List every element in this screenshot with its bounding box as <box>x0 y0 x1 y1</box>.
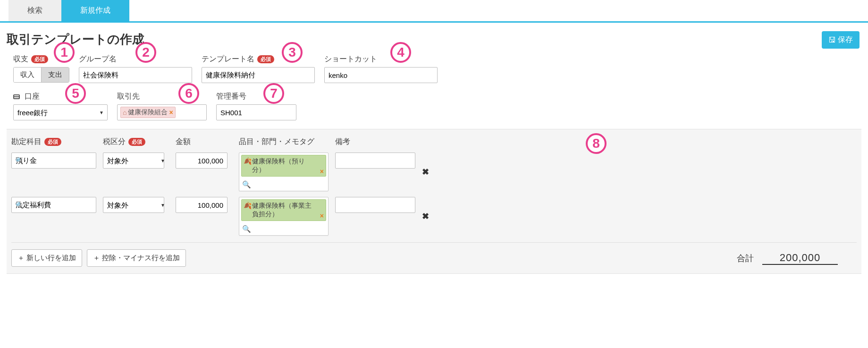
required-badge: 必須 <box>44 138 61 146</box>
partner-tag-label: 健康保険組合 <box>128 108 168 117</box>
save-button[interactable]: 🖫 保存 <box>822 31 860 49</box>
note-input[interactable] <box>335 197 415 213</box>
expense-toggle[interactable]: 支出 <box>41 68 69 82</box>
amount-input[interactable] <box>176 153 228 169</box>
add-deduction-button[interactable]: ＋ 控除・マイナス行を追加 <box>87 249 186 267</box>
tag-chip: 🍂 健康保険料（事業主負担分） × <box>241 199 326 221</box>
group-name-label: グループ名 <box>79 54 192 64</box>
plus-icon: ＋ <box>17 254 25 263</box>
template-name-field: テンプレート名 必須 3 <box>202 54 315 83</box>
save-icon: 🖫 <box>828 36 836 44</box>
required-badge: 必須 <box>128 138 145 146</box>
note-input[interactable] <box>335 153 415 169</box>
tag-search[interactable]: 🔍 <box>239 178 328 191</box>
home-icon: ⌂ <box>123 109 126 116</box>
required-badge: 必須 <box>257 55 274 63</box>
add-row-button[interactable]: ＋ 新しい行を追加 <box>11 249 82 267</box>
tags-header: 品目・部門・メモタグ <box>239 137 329 147</box>
tag-remove-icon[interactable]: × <box>320 168 324 175</box>
delete-row-icon[interactable]: ✖ <box>422 167 436 177</box>
page-body: 取引テンプレートの作成 🖫 保存 収支 必須 収入 支出 1 グループ名 2 テ… <box>0 23 868 282</box>
top-tabs: 検索 新規作成 <box>0 0 868 23</box>
leaf-icon: 🍂 <box>244 202 252 209</box>
amount-header: 金額 <box>176 137 232 147</box>
divider <box>11 242 857 243</box>
income-toggle[interactable]: 収入 <box>14 68 41 82</box>
leaf-icon: 🍂 <box>244 157 252 165</box>
total-label: 合計 <box>737 253 754 264</box>
account-field: 口座 freee銀行 5 <box>13 92 108 120</box>
partner-field: 取引先 ⌂ 健康保険組合 × 6 <box>117 92 207 120</box>
save-button-label: 保存 <box>838 35 853 45</box>
tab-search[interactable]: 検索 <box>8 0 61 21</box>
tax-header: 税区分 <box>103 137 126 147</box>
card-icon <box>13 94 20 99</box>
total: 合計 200,000 <box>737 252 857 265</box>
account-label: 口座 <box>25 92 40 102</box>
fields-row-1: 収支 必須 収入 支出 1 グループ名 2 テンプレート名 必須 3 ショートカ… <box>7 54 861 83</box>
lines-grid: 勘定科目 必須 税区分 必須 金額 品目・部門・メモタグ 備考 🔍 対象外 <box>11 137 857 236</box>
tag-search[interactable]: 🔍 <box>239 223 328 235</box>
amount-input[interactable] <box>176 197 228 213</box>
lines-footer: ＋ 新しい行を追加 ＋ 控除・マイナス行を追加 合計 200,000 <box>11 249 857 267</box>
fields-row-2: 口座 freee銀行 5 取引先 ⌂ 健康保険組合 × 6 管理番号 <box>7 92 861 120</box>
tag-remove-icon[interactable]: × <box>320 212 324 220</box>
partner-label: 取引先 <box>117 92 207 102</box>
account-select[interactable]: freee銀行 <box>13 104 108 120</box>
tab-create[interactable]: 新規作成 <box>61 0 129 21</box>
delete-row-icon[interactable]: ✖ <box>422 211 436 221</box>
total-value: 200,000 <box>762 252 838 265</box>
note-header: 備考 <box>335 137 415 147</box>
mgmt-no-field: 管理番号 7 <box>216 92 296 120</box>
required-badge: 必須 <box>31 55 48 63</box>
lines-section: 8 勘定科目 必須 税区分 必須 金額 品目・部門・メモタグ 備考 🔍 対象外 <box>7 129 861 274</box>
account-item-input[interactable] <box>11 197 96 213</box>
add-deduction-label: 控除・マイナス行を追加 <box>102 254 180 263</box>
account-item-input[interactable] <box>11 153 96 169</box>
shortcut-input[interactable] <box>324 67 438 83</box>
balance-field: 収支 必須 収入 支出 1 <box>13 54 69 83</box>
balance-toggle: 収入 支出 <box>13 67 69 83</box>
search-icon: 🔍 <box>242 180 251 188</box>
partner-tag: ⌂ 健康保険組合 × <box>120 107 176 118</box>
group-name-input[interactable] <box>79 67 192 83</box>
partner-input[interactable]: ⌂ 健康保険組合 × <box>117 104 207 120</box>
shortcut-field: ショートカット 4 <box>324 54 438 83</box>
balance-label: 収支 <box>13 54 28 64</box>
tag-box: 🍂 健康保険料（事業主負担分） × 🔍 <box>239 197 329 236</box>
template-name-label: テンプレート名 <box>202 54 254 64</box>
mgmt-no-label: 管理番号 <box>216 92 296 102</box>
search-icon: 🔍 <box>242 225 251 233</box>
add-row-label: 新しい行を追加 <box>26 254 76 263</box>
tax-select[interactable]: 対象外 <box>103 153 164 169</box>
shortcut-label: ショートカット <box>324 54 438 64</box>
template-name-input[interactable] <box>202 67 315 83</box>
plus-icon: ＋ <box>93 254 100 263</box>
tag-chip-label: 健康保険料（事業主負担分） <box>252 202 312 218</box>
partner-tag-remove-icon[interactable]: × <box>169 109 173 116</box>
account-item-header: 勘定科目 <box>11 137 42 147</box>
tag-chip: 🍂 健康保険料（預り分） × <box>241 155 326 177</box>
page-title: 取引テンプレートの作成 <box>7 31 861 48</box>
tag-box: 🍂 健康保険料（預り分） × 🔍 <box>239 153 329 191</box>
tag-chip-label: 健康保険料（預り分） <box>252 157 305 173</box>
group-name-field: グループ名 2 <box>79 54 192 83</box>
mgmt-no-input[interactable] <box>216 104 296 120</box>
tax-select[interactable]: 対象外 <box>103 197 164 213</box>
